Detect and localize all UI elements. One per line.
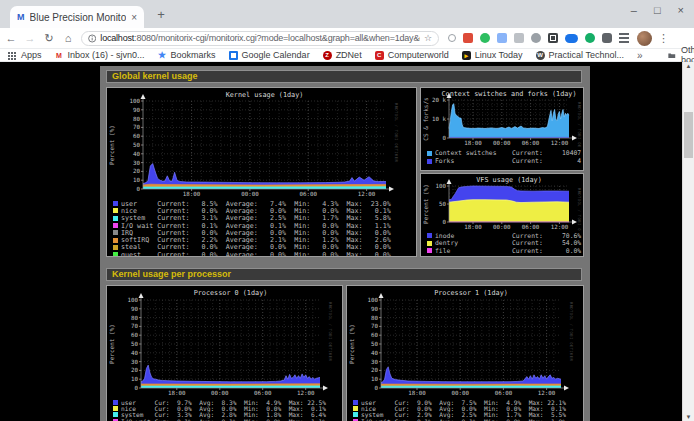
bookmark-label: Linux Today	[475, 50, 523, 60]
star-icon: ★	[158, 51, 167, 60]
scroll-up-icon[interactable]: ▲	[683, 63, 694, 69]
svg-text:50: 50	[371, 341, 378, 347]
processor-0-chart[interactable]: 010203040506070809010018:0000:0006:0012:…	[106, 285, 343, 421]
scroll-down-icon[interactable]: ▼	[683, 414, 694, 420]
page-scrollbar[interactable]: ▲ ▼	[682, 62, 694, 421]
chart-image: 010203040506070809010018:0000:0006:0012:…	[347, 286, 583, 398]
svg-text:0: 0	[135, 385, 139, 391]
context-switches-chart[interactable]: 010 k20 k18:0000:0006:0012:00Context swi…	[420, 87, 584, 171]
extension-icons-row	[448, 33, 629, 43]
legend-color-swatch	[427, 248, 432, 253]
bookmark-computerworld[interactable]: CComputerworld	[375, 50, 449, 60]
reload-icon[interactable]: ↻	[41, 32, 57, 45]
svg-text:60: 60	[131, 332, 138, 338]
svg-text:Percent (%): Percent (%)	[348, 324, 355, 364]
tab-list-extension-icon[interactable]	[619, 33, 629, 43]
chart-image: 05010018:0000:0006:0012:00VFS usage (1da…	[421, 174, 583, 231]
computerworld-icon: C	[375, 51, 384, 60]
legend-row-guest: guest Current: 0.0% Average: 0.0% Min: 0…	[113, 251, 414, 257]
bookmark-label: Google Calendar	[242, 50, 310, 60]
back-icon[interactable]: ←	[3, 32, 19, 44]
monitorix-favicon-icon: M	[17, 12, 25, 22]
bookmark-wordpress[interactable]: WPractical Technol...	[536, 50, 624, 60]
cast-extension-icon[interactable]	[531, 33, 541, 43]
svg-text:0: 0	[443, 219, 447, 225]
maximize-button[interactable]: □	[654, 4, 661, 16]
svg-text:RRDTOOL / TOBI OETIKER: RRDTOOL / TOBI OETIKER	[328, 302, 333, 361]
docs-extension-icon[interactable]	[497, 33, 507, 43]
bookmark-calendar[interactable]: Google Calendar	[229, 50, 310, 60]
bookmark-zdnet[interactable]: ZZDNet	[323, 50, 362, 60]
svg-text:12:00: 12:00	[538, 390, 556, 396]
keep-extension-icon[interactable]	[514, 33, 524, 43]
bookmark-label: ZDNet	[336, 50, 362, 60]
legend-color-swatch	[113, 252, 118, 257]
chart-image: 010203040506070809010018:0000:0006:0012:…	[107, 88, 416, 198]
kernel-usage-chart[interactable]: 010203040506070809010018:0000:0006:0012:…	[106, 87, 417, 257]
svg-text:VFS usage (1day): VFS usage (1day)	[476, 176, 541, 184]
bookmark-label: Computerworld	[388, 50, 449, 60]
svg-text:100: 100	[128, 297, 139, 303]
bookmark-label: Inbox (16) - sjvn0...	[68, 50, 145, 60]
chart-legend: user Current: 8.5% Average: 7.4% Min: 4.…	[113, 200, 414, 257]
svg-text:06:00: 06:00	[522, 140, 540, 146]
extensions-extension-icon[interactable]	[602, 33, 612, 43]
svg-text:06:00: 06:00	[495, 390, 513, 396]
svg-text:50: 50	[131, 341, 138, 347]
minimize-button[interactable]: –	[631, 4, 637, 16]
svg-text:80: 80	[131, 315, 138, 321]
bookmark-gmail[interactable]: MInbox (16) - sjvn0...	[55, 50, 145, 60]
new-tab-button[interactable]: +	[152, 7, 170, 22]
wordpress-icon: W	[536, 51, 545, 60]
url-host: localhost	[100, 33, 134, 43]
address-bar[interactable]: localhost:8080/monitorix-cgi/monitorix.c…	[81, 31, 439, 46]
scrollbar-thumb[interactable]	[684, 112, 693, 158]
home-icon[interactable]: ⌂	[60, 32, 76, 44]
chart-legend: Context switches Current: 10407Forks Cur…	[427, 149, 581, 165]
folder-icon	[668, 51, 676, 60]
processor-1-chart[interactable]: 010203040506070809010018:0000:0006:0012:…	[346, 285, 584, 421]
navigation-toolbar: ← → ↻ ⌂ localhost:8080/monitorix-cgi/mon…	[0, 28, 694, 49]
svg-text:20: 20	[371, 367, 378, 373]
messenger-extension-icon[interactable]	[565, 34, 578, 43]
bookmark-star[interactable]: ★Bookmarks	[158, 50, 216, 60]
svg-text:100: 100	[368, 297, 379, 303]
svg-text:50: 50	[133, 142, 140, 148]
bookmark-label: Apps	[21, 50, 42, 60]
bookmark-linuxtoday[interactable]: ▸Linux Today	[462, 50, 523, 60]
url-path: :8080/monitorix-cgi/monitorix.cgi?mode=l…	[134, 33, 420, 43]
bookmark-apps[interactable]: Apps	[8, 50, 42, 60]
legend-row-context-switches: Context switches Current: 10407	[427, 149, 581, 157]
gmail-extension-icon[interactable]	[463, 33, 473, 43]
vfs-usage-chart[interactable]: 05010018:0000:0006:0012:00VFS usage (1da…	[420, 173, 584, 257]
chart-image: 010 k20 k18:0000:0006:0012:00Context swi…	[421, 88, 583, 147]
chart-legend: user Cur: 9.7% Avg: 8.3% Min: 4.9% Max: …	[113, 399, 340, 421]
bookmarks-bar: AppsMInbox (16) - sjvn0...★BookmarksGoog…	[0, 49, 694, 62]
svg-text:40: 40	[371, 350, 378, 356]
grammarly-extension-icon[interactable]	[585, 33, 595, 43]
bookmark-label: Bookmarks	[171, 50, 216, 60]
page-info-icon[interactable]	[88, 34, 96, 43]
legend-color-swatch	[113, 400, 118, 405]
tab-close-icon[interactable]: ×	[131, 12, 137, 23]
forward-icon[interactable]: →	[22, 32, 38, 44]
legend-color-swatch	[353, 400, 358, 405]
bookmark-label: Practical Technol...	[549, 50, 624, 60]
bookmark-star-icon[interactable]: ☆	[424, 33, 432, 43]
window-close-button[interactable]: ×	[678, 4, 684, 16]
evernote-extension-icon[interactable]	[480, 33, 490, 43]
section-header-global-kernel-usage: Global kernel usage	[106, 70, 582, 83]
url-text[interactable]: localhost:8080/monitorix-cgi/monitorix.c…	[100, 33, 420, 43]
svg-text:80: 80	[133, 116, 140, 122]
screenshot-extension-icon[interactable]	[548, 33, 558, 43]
chart-image: 010203040506070809010018:0000:0006:0012:…	[107, 286, 342, 398]
legend-color-swatch	[113, 223, 118, 228]
svg-text:10 k: 10 k	[432, 116, 446, 122]
bookmarks-overflow-icon[interactable]: »	[637, 50, 643, 61]
svg-text:00:00: 00:00	[493, 140, 511, 146]
profile-avatar[interactable]	[637, 31, 652, 46]
legend-color-swatch	[427, 233, 432, 238]
search-extension-icon[interactable]	[448, 34, 456, 42]
browser-tab[interactable]: M Blue Precision Monitorix ×	[10, 6, 144, 28]
browser-menu-icon[interactable]: ⋮	[658, 32, 669, 45]
